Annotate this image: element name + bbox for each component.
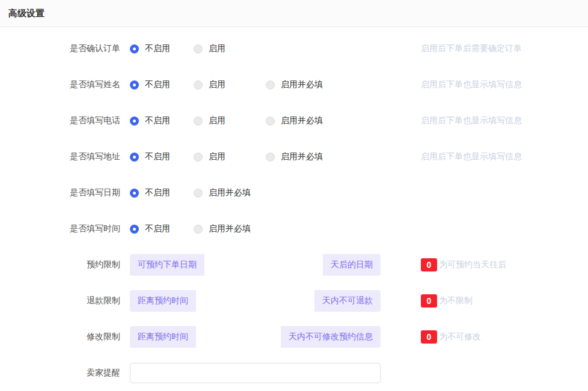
row-hint-group: 0 为可预约当天往后 <box>421 258 506 271</box>
radio-option[interactable]: 启用 <box>194 151 266 162</box>
radio-option-label: 启用 <box>209 79 225 90</box>
radio-option[interactable]: 启用 <box>194 43 225 54</box>
radio-selected-icon[interactable] <box>130 225 139 234</box>
row-hint: 启用后下单后需要确定订单 <box>421 43 522 54</box>
radio-unselected-icon[interactable] <box>266 153 275 162</box>
radio-group: 不启用 启用 <box>130 43 225 54</box>
zero-badge: 0 <box>421 258 437 271</box>
booking-limit-input-group: 可预约下单日期 天后的日期 <box>130 254 381 276</box>
row-hint: 为不限制 <box>439 296 473 306</box>
page-title: 高级设置 <box>8 8 44 19</box>
radio-option[interactable]: 启用 <box>194 79 266 90</box>
row-hint: 为可预约当天往后 <box>439 259 506 270</box>
field-label: 修改限制 <box>0 332 120 342</box>
row-hint-group: 0 为不可修改 <box>421 330 481 344</box>
form-row-refund-limit: 退款限制 距离预约时间 天内不可退款 0 为不限制 <box>0 283 588 319</box>
radio-option[interactable]: 不启用 <box>130 79 194 90</box>
radio-selected-icon[interactable] <box>130 80 139 89</box>
radio-option[interactable]: 不启用 <box>130 223 194 234</box>
refund-days-input[interactable] <box>196 290 314 312</box>
radio-unselected-icon[interactable] <box>194 80 203 89</box>
radio-unselected-icon[interactable] <box>194 44 203 53</box>
radio-option-label: 不启用 <box>145 151 170 162</box>
row-hint: 启用后下单也显示填写信息 <box>421 79 522 90</box>
field-label: 是否填写地址 <box>0 151 120 162</box>
radio-option-label: 不启用 <box>145 115 170 126</box>
radio-option[interactable]: 不启用 <box>130 151 194 162</box>
form-row-fill-name: 是否填写姓名 不启用 启用 启用并必填 启用后下单也显示填写信息 <box>0 67 588 103</box>
row-hint: 启用后下单也显示填写信息 <box>421 115 522 126</box>
input-suffix-label: 天内不可退款 <box>314 290 381 312</box>
zero-badge: 0 <box>421 330 437 344</box>
field-label: 退款限制 <box>0 296 120 306</box>
radio-option[interactable]: 启用并必填 <box>266 151 323 162</box>
radio-selected-icon[interactable] <box>130 189 139 198</box>
radio-option-label: 不启用 <box>145 79 170 90</box>
radio-option-label: 启用并必填 <box>281 79 323 90</box>
radio-option-label: 不启用 <box>145 187 170 198</box>
radio-group: 不启用 启用 启用并必填 <box>130 115 323 126</box>
radio-selected-icon[interactable] <box>130 153 139 162</box>
field-label: 是否填写日期 <box>0 187 120 198</box>
field-label: 卖家提醒 <box>0 368 120 378</box>
radio-selected-icon[interactable] <box>130 44 139 53</box>
form-row-fill-date: 是否填写日期 不启用 启用并必填 <box>0 175 588 211</box>
form-row-seller-reminder: 卖家提醒 <box>0 355 588 391</box>
radio-unselected-icon[interactable] <box>194 153 203 162</box>
modify-days-input[interactable] <box>196 326 281 348</box>
radio-unselected-icon[interactable] <box>266 80 275 89</box>
radio-option[interactable]: 启用并必填 <box>194 187 251 198</box>
field-label: 是否确认订单 <box>0 43 120 54</box>
radio-option-label: 启用并必填 <box>281 151 323 162</box>
radio-option-label: 启用 <box>209 151 225 162</box>
radio-option[interactable]: 不启用 <box>130 187 194 198</box>
booking-days-input[interactable] <box>204 254 323 276</box>
radio-option-label: 启用并必填 <box>209 187 251 198</box>
radio-unselected-icon[interactable] <box>194 117 203 126</box>
field-label: 是否填写姓名 <box>0 79 120 90</box>
radio-option-label: 启用 <box>209 43 225 54</box>
radio-option[interactable]: 启用 <box>194 115 266 126</box>
radio-option[interactable]: 不启用 <box>130 115 194 126</box>
radio-option[interactable]: 不启用 <box>130 43 194 54</box>
field-label: 预约限制 <box>0 259 120 270</box>
radio-group: 不启用 启用 启用并必填 <box>130 79 323 90</box>
seller-reminder-input[interactable] <box>130 363 381 383</box>
form-row-booking-limit: 预约限制 可预约下单日期 天后的日期 0 为可预约当天往后 <box>0 247 588 283</box>
radio-unselected-icon[interactable] <box>266 117 275 126</box>
radio-group: 不启用 启用 启用并必填 <box>130 151 323 162</box>
radio-option-label: 启用 <box>209 115 225 126</box>
row-hint-group: 0 为不限制 <box>421 294 473 308</box>
radio-group: 不启用 启用并必填 <box>130 187 251 198</box>
form-row-modify-limit: 修改限制 距离预约时间 天内不可修改预约信息 0 为不可修改 <box>0 319 588 355</box>
radio-group: 不启用 启用并必填 <box>130 223 251 234</box>
form-row-fill-address: 是否填写地址 不启用 启用 启用并必填 启用后下单也显示填写信息 <box>0 139 588 175</box>
radio-option-label: 启用并必填 <box>281 115 323 126</box>
form-row-confirm-order: 是否确认订单 不启用 启用 启用后下单后需要确定订单 <box>0 31 588 67</box>
radio-unselected-icon[interactable] <box>194 189 203 198</box>
row-hint: 启用后下单也显示填写信息 <box>421 151 522 162</box>
radio-option-label: 不启用 <box>145 223 170 234</box>
input-prefix-label: 距离预约时间 <box>130 326 196 348</box>
form-row-fill-time: 是否填写时间 不启用 启用并必填 <box>0 211 588 247</box>
field-label: 是否填写时间 <box>0 223 120 234</box>
panel-header: 高级设置 <box>0 0 588 27</box>
input-prefix-label: 可预约下单日期 <box>130 254 204 276</box>
radio-selected-icon[interactable] <box>130 117 139 126</box>
input-suffix-label: 天内不可修改预约信息 <box>281 326 381 348</box>
form-row-fill-phone: 是否填写电话 不启用 启用 启用并必填 启用后下单也显示填写信息 <box>0 103 588 139</box>
radio-option-label: 启用并必填 <box>209 223 251 234</box>
advanced-settings-form: 是否确认订单 不启用 启用 启用后下单后需要确定订单 是否填写姓名 不启用 启用 <box>0 27 588 391</box>
radio-unselected-icon[interactable] <box>194 225 203 234</box>
modify-limit-input-group: 距离预约时间 天内不可修改预约信息 <box>130 326 381 348</box>
refund-limit-input-group: 距离预约时间 天内不可退款 <box>130 290 381 312</box>
field-label: 是否填写电话 <box>0 115 120 126</box>
radio-option[interactable]: 启用并必填 <box>194 223 251 234</box>
radio-option[interactable]: 启用并必填 <box>266 79 323 90</box>
input-suffix-label: 天后的日期 <box>323 254 381 276</box>
zero-badge: 0 <box>421 294 437 308</box>
radio-option[interactable]: 启用并必填 <box>266 115 323 126</box>
radio-option-label: 不启用 <box>145 43 170 54</box>
input-prefix-label: 距离预约时间 <box>130 290 196 312</box>
row-hint: 为不可修改 <box>439 332 481 342</box>
